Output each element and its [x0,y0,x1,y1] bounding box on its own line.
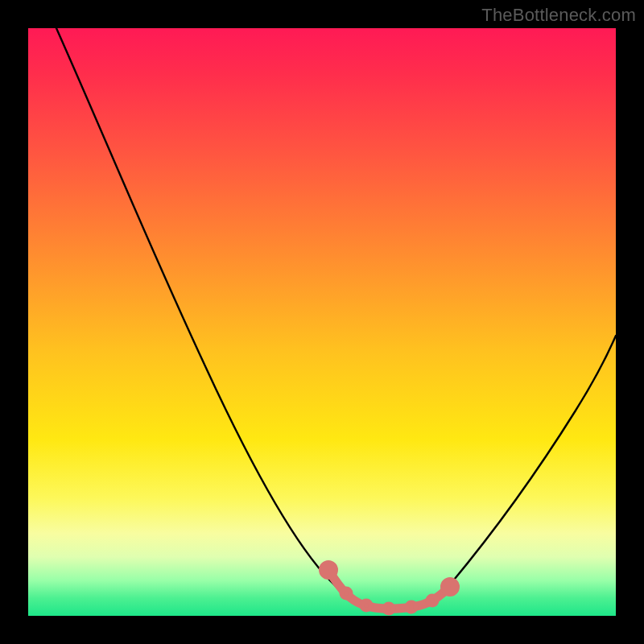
svg-point-6 [430,598,435,603]
watermark-text: TheBottleneck.com [481,5,636,26]
svg-point-4 [386,606,391,611]
svg-point-1 [445,582,456,592]
svg-point-0 [324,565,334,576]
svg-point-2 [344,591,349,596]
chart-frame: TheBottleneck.com [0,0,644,644]
svg-point-3 [364,603,369,608]
curve-layer [28,28,616,616]
highlight-segment [324,565,456,612]
bottleneck-curve [56,28,616,608]
svg-point-5 [409,605,414,609]
plot-area [28,28,616,616]
